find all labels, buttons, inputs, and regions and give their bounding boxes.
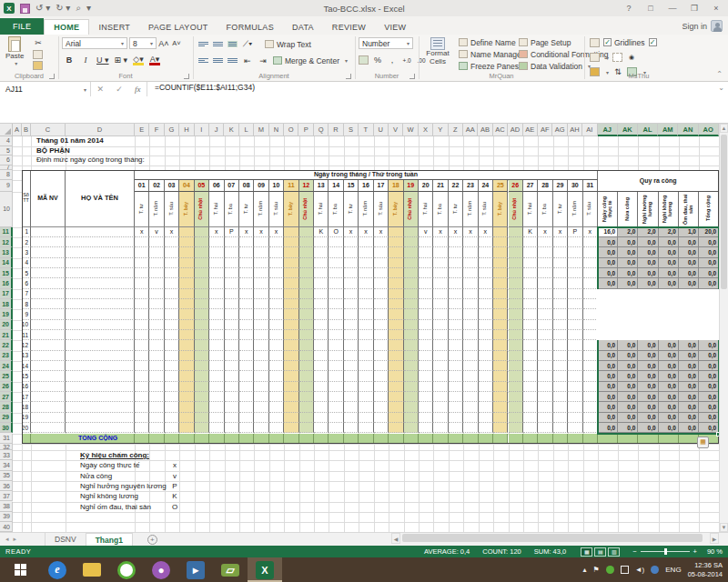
tray-network-icon[interactable] xyxy=(621,566,629,574)
total-row-day-cell[interactable] xyxy=(135,434,149,445)
stt-cell[interactable]: 19 xyxy=(22,413,31,423)
attendance-cell[interactable] xyxy=(583,237,598,247)
attendance-cell[interactable] xyxy=(284,289,298,299)
attendance-cell[interactable] xyxy=(344,247,359,257)
attendance-cell[interactable] xyxy=(523,413,538,423)
attendance-cell[interactable] xyxy=(583,371,598,381)
summary-value-cell[interactable]: 0,0 xyxy=(699,237,719,247)
summary-value-cell[interactable]: 0,0 xyxy=(699,371,719,381)
attendance-cell[interactable] xyxy=(463,330,478,340)
attendance-cell[interactable] xyxy=(314,361,329,371)
row-header-20[interactable]: 20 xyxy=(0,320,13,330)
attendance-cell[interactable] xyxy=(254,278,268,288)
summary-value-cell[interactable]: 0,0 xyxy=(598,247,618,257)
save-icon[interactable] xyxy=(20,4,30,14)
attendance-cell[interactable]: x xyxy=(449,227,463,237)
column-header-al[interactable]: AL xyxy=(638,124,658,136)
summary-value-cell[interactable]: 0,0 xyxy=(679,340,699,350)
attendance-cell[interactable] xyxy=(509,340,523,350)
row-header-30[interactable]: 30 xyxy=(0,423,13,433)
attendance-cell[interactable] xyxy=(374,268,389,278)
attendance-cell[interactable]: x xyxy=(135,227,149,237)
attendance-cell[interactable] xyxy=(419,309,433,319)
page-layout-view-icon[interactable]: ▤ xyxy=(594,547,606,557)
attendance-cell[interactable] xyxy=(449,258,463,268)
summary-value-cell[interactable]: 0,0 xyxy=(659,258,679,268)
summary-value-cell[interactable]: 0,0 xyxy=(598,258,618,268)
attendance-cell[interactable] xyxy=(433,330,448,340)
row-header-31[interactable]: 31 xyxy=(0,434,13,445)
decrease-indent-icon[interactable]: ⇤ xyxy=(242,55,253,66)
attendance-cell[interactable]: x xyxy=(359,227,373,237)
attendance-cell[interactable] xyxy=(553,289,568,299)
paste-button[interactable]: Paste ▾ xyxy=(5,36,24,66)
tray-globe-icon[interactable] xyxy=(651,566,659,574)
attendance-cell[interactable]: v xyxy=(419,227,433,237)
attendance-cell[interactable] xyxy=(179,299,194,309)
attendance-cell[interactable] xyxy=(359,423,373,433)
attendance-cell[interactable] xyxy=(165,309,179,319)
ho-ten-cell[interactable] xyxy=(66,402,135,412)
summary-value-cell[interactable]: 0,0 xyxy=(699,351,719,361)
attendance-cell[interactable] xyxy=(463,247,478,257)
attendance-cell[interactable] xyxy=(284,330,298,340)
total-row-day-cell[interactable] xyxy=(359,434,373,445)
row-header-22[interactable]: 22 xyxy=(0,340,13,350)
attendance-cell[interactable] xyxy=(299,289,314,299)
attendance-cell[interactable] xyxy=(553,423,568,433)
attendance-cell[interactable] xyxy=(419,299,433,309)
attendance-cell[interactable] xyxy=(149,289,164,299)
attendance-cell[interactable] xyxy=(299,268,314,278)
attendance-cell[interactable] xyxy=(269,278,284,288)
row-header-5[interactable]: 5 xyxy=(0,146,13,156)
summary-value-cell[interactable]: 0,0 xyxy=(659,278,679,288)
ho-ten-cell[interactable] xyxy=(66,278,135,288)
summary-value-cell[interactable]: 0,0 xyxy=(659,237,679,247)
stt-cell[interactable]: 18 xyxy=(22,402,31,412)
row-header-13[interactable]: 13 xyxy=(0,247,13,257)
attendance-cell[interactable] xyxy=(374,330,389,340)
summary-value-cell[interactable]: 0,0 xyxy=(618,402,638,412)
attendance-cell[interactable] xyxy=(493,423,508,433)
ho-ten-cell[interactable] xyxy=(66,423,135,433)
summary-value-cell[interactable]: 0,0 xyxy=(638,392,658,402)
column-header-n[interactable]: N xyxy=(269,124,284,136)
attendance-cell[interactable] xyxy=(449,340,463,350)
attendance-cell[interactable] xyxy=(389,382,403,392)
attendance-cell[interactable] xyxy=(149,330,164,340)
summary-value-cell[interactable]: 0,0 xyxy=(598,402,618,412)
attendance-cell[interactable] xyxy=(225,413,239,423)
attendance-cell[interactable] xyxy=(344,237,359,247)
row-header-21[interactable]: 21 xyxy=(0,330,13,340)
attendance-cell[interactable] xyxy=(449,361,463,371)
format-cells-button[interactable]: Format Cells xyxy=(423,37,452,66)
underline-button[interactable]: U ▾ xyxy=(96,55,109,65)
new-sheet-icon[interactable]: + xyxy=(147,535,157,545)
fill-color-button[interactable]: ◇▾ xyxy=(133,55,144,65)
row-header-23[interactable]: 23 xyxy=(0,351,13,361)
attendance-cell[interactable] xyxy=(463,340,478,350)
row-header-36[interactable]: 36 xyxy=(0,481,13,491)
number-dialog-launcher[interactable] xyxy=(410,74,415,79)
attendance-cell[interactable] xyxy=(179,320,194,330)
attendance-cell[interactable] xyxy=(523,247,538,257)
summary-value-cell[interactable]: 0,0 xyxy=(659,361,679,371)
summary-value-cell[interactable]: 1,0 xyxy=(679,227,699,237)
attendance-cell[interactable] xyxy=(523,237,538,247)
total-row-day-cell[interactable] xyxy=(419,434,433,445)
clipboard-dialog-launcher[interactable] xyxy=(49,74,55,79)
attendance-cell[interactable] xyxy=(479,268,493,278)
attendance-cell[interactable] xyxy=(344,382,359,392)
attendance-cell[interactable] xyxy=(389,423,403,433)
day-number-28[interactable]: 28 xyxy=(538,180,552,192)
attendance-cell[interactable] xyxy=(299,340,314,350)
attendance-cell[interactable] xyxy=(149,402,164,412)
attendance-cell[interactable] xyxy=(299,227,314,237)
attendance-cell[interactable] xyxy=(165,392,179,402)
attendance-cell[interactable] xyxy=(314,371,329,381)
day-number-17[interactable]: 17 xyxy=(374,180,389,192)
summary-value-cell[interactable]: 2,0 xyxy=(638,227,658,237)
attendance-cell[interactable] xyxy=(225,371,239,381)
msthu-icon-4[interactable]: ◉ xyxy=(626,52,637,63)
stt-cell[interactable]: 11 xyxy=(22,330,31,340)
